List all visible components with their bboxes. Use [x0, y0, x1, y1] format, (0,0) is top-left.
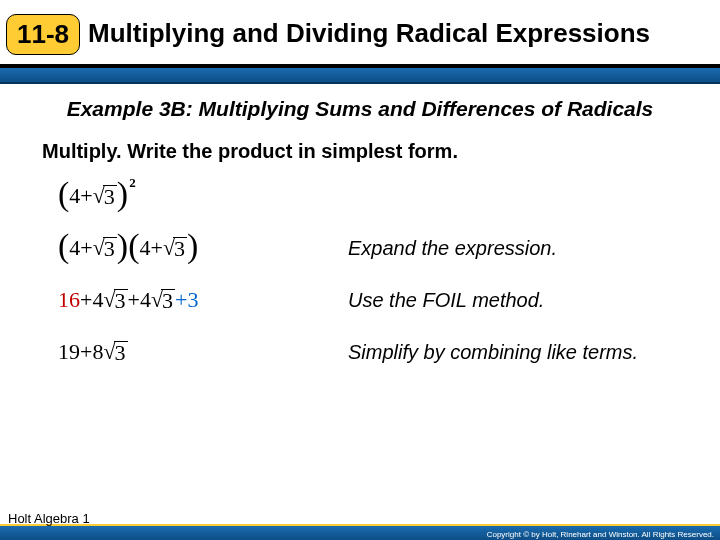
- step-2: ( 4 + 3 )( 4 + 3 ) Expand the expression…: [58, 233, 700, 263]
- step-4: 19 + 8 3 Simplify by combining like term…: [58, 337, 700, 367]
- step-1: ( 4 + 3 ) 2: [58, 181, 700, 211]
- step-4-expression: 19 + 8 3: [58, 339, 348, 365]
- step-1-expression: ( 4 + 3 ) 2: [58, 183, 348, 209]
- step-3-expression: 16 + 4 3 + 4 3 + 3: [58, 287, 348, 313]
- step-4-note: Simplify by combining like terms.: [348, 341, 638, 364]
- step-2-note: Expand the expression.: [348, 237, 557, 260]
- lesson-number-badge: 11-8: [6, 14, 80, 55]
- step-2-expression: ( 4 + 3 )( 4 + 3 ): [58, 235, 348, 261]
- footer-copyright: Copyright © by Holt, Rinehart and Winsto…: [487, 530, 714, 539]
- footer-brand: Holt Algebra 1: [8, 511, 90, 526]
- slide-content: Example 3B: Multiplying Sums and Differe…: [20, 96, 700, 389]
- slide-header: 11-8 Multiplying and Dividing Radical Ex…: [0, 0, 720, 68]
- lesson-title: Multiplying and Dividing Radical Express…: [88, 20, 650, 47]
- header-blue-band: [0, 68, 720, 84]
- step-3: 16 + 4 3 + 4 3 + 3 Use the FOIL method.: [58, 285, 700, 315]
- worked-steps: ( 4 + 3 ) 2 ( 4 + 3 )( 4 + 3 ) Expand th…: [58, 181, 700, 367]
- instruction-text: Multiply. Write the product in simplest …: [42, 140, 700, 163]
- example-title: Example 3B: Multiplying Sums and Differe…: [20, 96, 700, 122]
- slide-footer: Holt Algebra 1 Copyright © by Holt, Rine…: [0, 512, 720, 540]
- step-3-note: Use the FOIL method.: [348, 289, 544, 312]
